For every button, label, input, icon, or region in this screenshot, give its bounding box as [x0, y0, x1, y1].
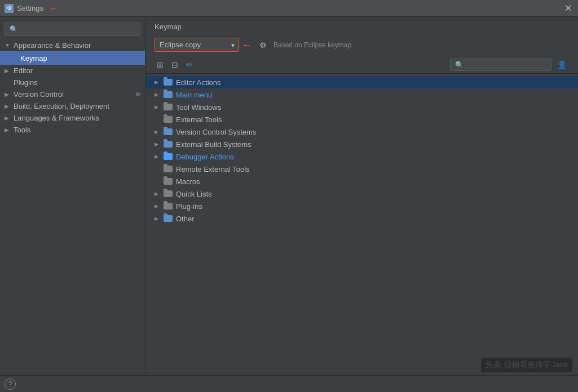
folder-icon: [164, 178, 173, 185]
tree-item-external-build-systems[interactable]: ▶ External Build Systems: [145, 138, 578, 150]
chevron-right-icon: ▶: [155, 104, 160, 110]
title-arrow-annotation: ←: [49, 3, 58, 14]
tree-item-remote-external-tools[interactable]: Remote External Tools: [145, 163, 578, 175]
folder-icon: [164, 215, 173, 222]
chevron-right-icon: ▶: [155, 141, 160, 147]
user-icon-button[interactable]: 👤: [555, 59, 569, 70]
help-button[interactable]: ?: [5, 378, 16, 390]
tree-item-label: Debugger Actions: [176, 153, 234, 161]
tree-item-plug-ins[interactable]: ▶ Plug-ins: [145, 200, 578, 212]
tree-item-label: Macros: [176, 177, 200, 186]
sidebar-item-keymap[interactable]: Keymap ←: [0, 51, 145, 65]
tree-item-label: Quick Lists: [176, 190, 212, 198]
sidebar: ▼ Appearance & Behavior Keymap ← ▶ Edito…: [0, 17, 145, 375]
window-title: Settings: [17, 4, 43, 12]
sidebar-item-version-control[interactable]: ▶ Version Control ⊕: [0, 88, 145, 100]
search-bar: [0, 19, 145, 39]
folder-gear-icon: [164, 153, 173, 160]
folder-icon: [164, 166, 173, 172]
folder-icon: [164, 91, 173, 98]
edit-button[interactable]: ✏: [184, 59, 195, 70]
keymap-select-wrapper: Eclipse copy Default Eclipse ▼: [155, 38, 239, 52]
sidebar-item-label: Plugins: [14, 78, 38, 87]
sidebar-item-tools[interactable]: ▶ Tools: [0, 124, 145, 136]
keymap-controls: Eclipse copy Default Eclipse ▼ ← ⚙ Based…: [145, 35, 578, 56]
chevron-right-icon: ▶: [5, 127, 11, 133]
chevron-right-icon: ▶: [155, 203, 160, 209]
sidebar-item-label: Languages & Frameworks: [14, 114, 99, 122]
bottom-bar: ?: [0, 375, 578, 392]
based-on-text: Based on Eclipse keymap: [273, 41, 351, 49]
sidebar-item-languages[interactable]: ▶ Languages & Frameworks: [0, 112, 145, 124]
tree-item-label: Other: [176, 215, 195, 223]
tree-item-label: Editor Actions: [176, 78, 221, 87]
sidebar-item-appearance[interactable]: ▼ Appearance & Behavior: [0, 39, 145, 51]
dropdown-red-arrow: ←: [241, 38, 253, 51]
tree-item-label: Main menu: [176, 91, 212, 99]
chevron-down-icon: ▼: [5, 42, 11, 48]
tree-item-macros[interactable]: Macros: [145, 175, 578, 188]
main-container: ▼ Appearance & Behavior Keymap ← ▶ Edito…: [0, 17, 578, 375]
folder-icon: [164, 141, 173, 148]
tree-item-external-tools[interactable]: External Tools: [145, 113, 578, 126]
chevron-right-icon: ▶: [5, 91, 11, 97]
sidebar-item-plugins[interactable]: Plugins: [0, 77, 145, 88]
chevron-right-icon: ▶: [155, 129, 160, 135]
expand-all-button[interactable]: ⊞: [155, 59, 166, 70]
sidebar-item-editor[interactable]: ▶ Editor: [0, 65, 145, 77]
keymap-title: Keymap: [155, 23, 182, 31]
folder-icon: [164, 116, 173, 123]
sidebar-item-label: Editor: [14, 66, 33, 75]
sidebar-item-label: Keymap: [20, 54, 47, 63]
sidebar-item-label: Version Control: [14, 90, 64, 99]
folder-icon: [164, 190, 173, 197]
version-control-icon: ⊕: [135, 91, 140, 98]
content-area: Keymap Eclipse copy Default Eclipse ▼ ← …: [145, 17, 578, 375]
tree-item-label: Tool Windows: [176, 103, 221, 112]
tree-item-other[interactable]: ▶ Other: [145, 212, 578, 225]
tree-item-editor-actions[interactable]: ▶ Editor Actions: [145, 76, 578, 88]
keymap-header: Keymap: [145, 17, 578, 35]
title-bar-left: ⚙ Settings ←: [5, 3, 58, 14]
keymap-gear-button[interactable]: ⚙: [257, 39, 269, 51]
sidebar-item-label: Tools: [14, 126, 30, 134]
tree-item-quick-lists[interactable]: ▶ Quick Lists: [145, 188, 578, 200]
keymap-search-input[interactable]: [450, 59, 551, 71]
chevron-right-icon: ▶: [5, 68, 11, 74]
chevron-right-icon: ▶: [155, 191, 160, 197]
sidebar-item-label: Appearance & Behavior: [14, 41, 91, 50]
chevron-right-icon: ▶: [155, 92, 160, 97]
folder-icon: [164, 104, 173, 110]
chevron-right-icon: ▶: [155, 216, 160, 221]
tree-item-label: External Build Systems: [176, 140, 252, 149]
tree-item-label: External Tools: [176, 115, 222, 124]
folder-icon: [164, 79, 173, 86]
chevron-right-icon: ▶: [155, 79, 160, 85]
collapse-all-button[interactable]: ⊟: [169, 59, 180, 70]
close-button[interactable]: ✕: [562, 3, 573, 14]
tree-item-label: Remote External Tools: [176, 165, 250, 173]
sidebar-item-build[interactable]: ▶ Build, Execution, Deployment: [0, 100, 145, 112]
settings-icon: ⚙: [5, 4, 14, 13]
keymap-arrow-annotation: ←: [52, 53, 61, 63]
tree-item-version-control-systems[interactable]: ▶ Version Control Systems: [145, 126, 578, 138]
folder-icon: [164, 203, 173, 210]
sidebar-item-label: Build, Execution, Deployment: [14, 102, 109, 110]
keymap-tree: ▶ Editor Actions ▶ Main menu ▶ Tool Wind…: [145, 74, 578, 375]
chevron-right-icon: ▶: [155, 154, 160, 159]
keymap-dropdown[interactable]: Eclipse copy Default Eclipse: [155, 38, 239, 52]
tree-item-debugger-actions[interactable]: ▶ Debugger Actions: [145, 150, 578, 163]
tree-item-label: Plug-ins: [176, 202, 202, 211]
tree-item-tool-windows[interactable]: ▶ Tool Windows: [145, 101, 578, 113]
title-bar: ⚙ Settings ← ✕: [0, 0, 578, 17]
toolbar-right: 👤: [450, 59, 569, 71]
tree-item-main-menu[interactable]: ▶ Main menu: [145, 88, 578, 101]
sidebar-search-input[interactable]: [5, 23, 140, 36]
chevron-right-icon: ▶: [5, 115, 11, 121]
toolbar-left: ⊞ ⊟ ✏: [155, 59, 195, 70]
chevron-right-icon: ▶: [5, 103, 11, 109]
tree-item-label: Version Control Systems: [176, 128, 256, 136]
folder-icon: [164, 128, 173, 135]
keymap-toolbar: ⊞ ⊟ ✏ 👤: [145, 56, 578, 74]
